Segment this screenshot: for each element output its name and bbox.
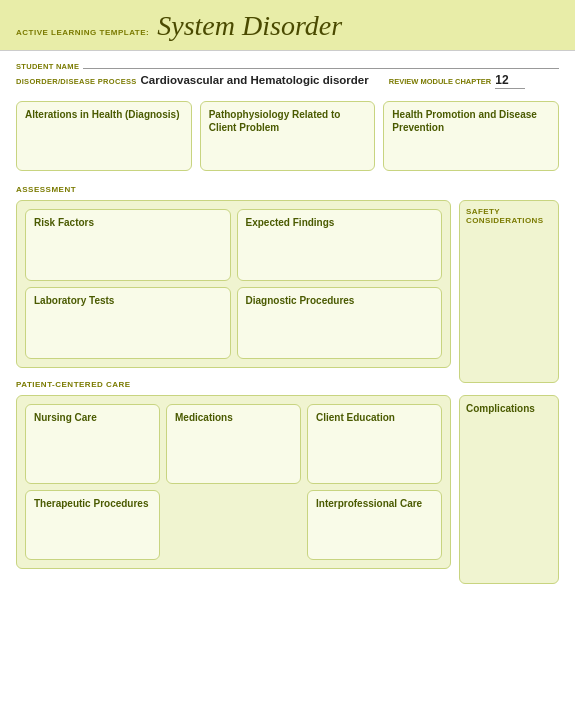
safety-box: SAFETY CONSIDERATIONS [459, 200, 559, 383]
header: ACTIVE LEARNING TEMPLATE: System Disorde… [0, 0, 575, 51]
risk-factors-title: Risk Factors [34, 216, 222, 229]
therapeutic-procedures-title: Therapeutic Procedures [34, 497, 151, 510]
risk-factors-box: Risk Factors [25, 209, 231, 281]
safety-title: SAFETY CONSIDERATIONS [466, 207, 552, 225]
top-box-alterations-title: Alterations in Health (Diagnosis) [25, 108, 183, 121]
active-learning-label: ACTIVE LEARNING TEMPLATE: [16, 28, 149, 37]
pcc-left: PATIENT-CENTERED CARE Nursing Care Medic… [16, 380, 451, 569]
review-module-label: REVIEW MODULE CHAPTER [389, 77, 492, 86]
student-name-field[interactable] [83, 57, 559, 69]
assessment-left: ASSESSMENT Risk Factors Expected Finding… [16, 185, 451, 368]
chapter-value: 12 [495, 73, 525, 89]
student-name-label: STUDENT NAME [16, 62, 79, 71]
pcc-section: PATIENT-CENTERED CARE Nursing Care Medic… [0, 374, 575, 575]
pcc-row1: Nursing Care Medications Client Educatio… [25, 404, 442, 484]
top-boxes: Alterations in Health (Diagnosis) Pathop… [0, 93, 575, 179]
nursing-care-title: Nursing Care [34, 411, 151, 424]
assessment-outer: Risk Factors Expected Findings Laborator… [16, 200, 451, 368]
laboratory-tests-title: Laboratory Tests [34, 294, 222, 307]
interprofessional-care-box: Interprofessional Care [307, 490, 442, 560]
top-box-pathophysiology-title: Pathophysiology Related to Client Proble… [209, 108, 367, 134]
complications-spacer [459, 380, 559, 389]
nursing-care-box: Nursing Care [25, 404, 160, 484]
assessment-grid: Risk Factors Expected Findings Laborator… [25, 209, 442, 359]
client-education-title: Client Education [316, 411, 433, 424]
medications-title: Medications [175, 411, 292, 424]
therapeutic-procedures-box: Therapeutic Procedures [25, 490, 160, 560]
student-info: STUDENT NAME DISORDER/DISEASE PROCESS Ca… [0, 51, 575, 93]
top-box-health-promotion-title: Health Promotion and Disease Prevention [392, 108, 550, 134]
disorder-label: DISORDER/DISEASE PROCESS [16, 77, 137, 86]
template-type: System Disorder [157, 10, 342, 42]
disorder-value: Cardiovascular and Hematologic disorder [141, 74, 369, 86]
safety-column: SAFETY CONSIDERATIONS [459, 185, 559, 368]
pcc-outer: Nursing Care Medications Client Educatio… [16, 395, 451, 569]
top-box-pathophysiology: Pathophysiology Related to Client Proble… [200, 101, 376, 171]
pcc-label: PATIENT-CENTERED CARE [16, 380, 451, 389]
laboratory-tests-box: Laboratory Tests [25, 287, 231, 359]
medications-box: Medications [166, 404, 301, 484]
safety-header-spacer [459, 185, 559, 194]
expected-findings-title: Expected Findings [246, 216, 434, 229]
pcc-empty-col [166, 490, 301, 560]
interprofessional-care-title: Interprofessional Care [316, 497, 433, 510]
top-box-health-promotion: Health Promotion and Disease Prevention [383, 101, 559, 171]
assessment-label: ASSESSMENT [16, 185, 451, 194]
complications-column: Complications [459, 380, 559, 569]
assessment-section: ASSESSMENT Risk Factors Expected Finding… [0, 179, 575, 374]
pcc-row2: Therapeutic Procedures Interprofessional… [25, 490, 442, 560]
top-box-alterations: Alterations in Health (Diagnosis) [16, 101, 192, 171]
diagnostic-procedures-box: Diagnostic Procedures [237, 287, 443, 359]
expected-findings-box: Expected Findings [237, 209, 443, 281]
diagnostic-procedures-title: Diagnostic Procedures [246, 294, 434, 307]
complications-title: Complications [466, 402, 552, 415]
complications-box: Complications [459, 395, 559, 584]
client-education-box: Client Education [307, 404, 442, 484]
